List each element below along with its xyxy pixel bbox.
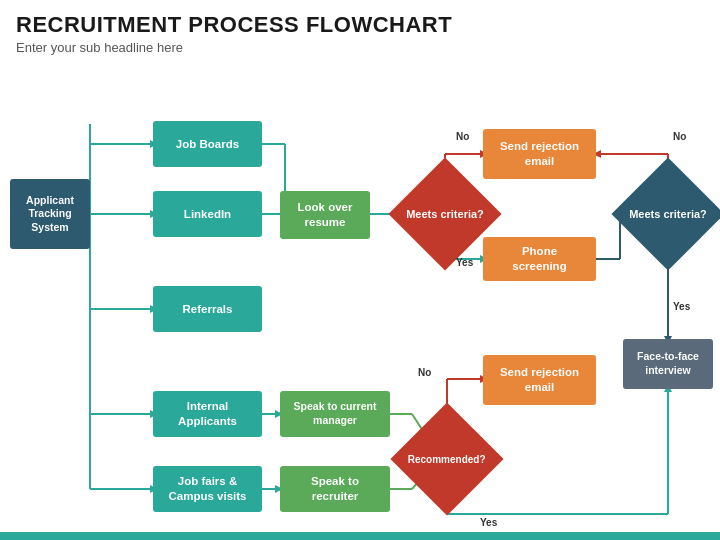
- sub-title: Enter your sub headline here: [16, 40, 704, 55]
- flowchart-area: Applicant Tracking System Job Boards Lin…: [0, 59, 720, 529]
- yes-label-3: Yes: [480, 517, 497, 528]
- job-boards-label: Job Boards: [176, 137, 239, 152]
- face-to-face-label: Face-to-face interview: [637, 350, 699, 377]
- referrals-box: Referrals: [153, 286, 262, 332]
- yes-label-1: Yes: [456, 257, 473, 268]
- bottom-bar: [0, 532, 720, 540]
- no-label-2: No: [673, 131, 686, 142]
- ats-label: Applicant Tracking System: [26, 194, 74, 235]
- meets-criteria-1-diamond: Meets criteria?: [397, 171, 493, 257]
- speak-to-recruiter-label: Speak to recruiter: [311, 474, 359, 504]
- look-over-resume-box: Look over resume: [280, 191, 370, 239]
- job-fairs-label: Job fairs & Campus visits: [169, 474, 247, 504]
- speak-to-manager-label: Speak to current manager: [294, 400, 377, 427]
- header: RECRUITMENT PROCESS FLOWCHART Enter your…: [0, 0, 720, 59]
- recommended-label: Recommended?: [408, 454, 486, 465]
- no-label-3: No: [418, 367, 431, 378]
- job-fairs-box: Job fairs & Campus visits: [153, 466, 262, 512]
- linkedin-label: LinkedIn: [184, 207, 231, 222]
- rejection-email-2-label: Send rejection email: [500, 365, 579, 395]
- speak-to-manager-box: Speak to current manager: [280, 391, 390, 437]
- look-over-resume-label: Look over resume: [298, 200, 353, 230]
- face-to-face-box: Face-to-face interview: [623, 339, 713, 389]
- phone-screening-label: Phone screening: [512, 244, 566, 274]
- rejection-email-1-label: Send rejection email: [500, 139, 579, 169]
- linkedin-box: LinkedIn: [153, 191, 262, 237]
- meets-criteria-2-label: Meets criteria?: [629, 208, 707, 220]
- no-label-1: No: [456, 131, 469, 142]
- main-title: RECRUITMENT PROCESS FLOWCHART: [16, 12, 704, 38]
- meets-criteria-1-label: Meets criteria?: [406, 208, 484, 220]
- recommended-diamond: Recommended?: [397, 414, 497, 504]
- ats-box: Applicant Tracking System: [10, 179, 90, 249]
- connector-lines: [0, 59, 720, 529]
- internal-applicants-label: Internal Applicants: [178, 399, 237, 429]
- meets-criteria-2-diamond: Meets criteria?: [620, 171, 716, 257]
- referrals-label: Referrals: [183, 302, 233, 317]
- phone-screening-box: Phone screening: [483, 237, 596, 281]
- rejection-email-2-box: Send rejection email: [483, 355, 596, 405]
- speak-to-recruiter-box: Speak to recruiter: [280, 466, 390, 512]
- yes-label-2: Yes: [673, 301, 690, 312]
- rejection-email-1-box: Send rejection email: [483, 129, 596, 179]
- job-boards-box: Job Boards: [153, 121, 262, 167]
- internal-applicants-box: Internal Applicants: [153, 391, 262, 437]
